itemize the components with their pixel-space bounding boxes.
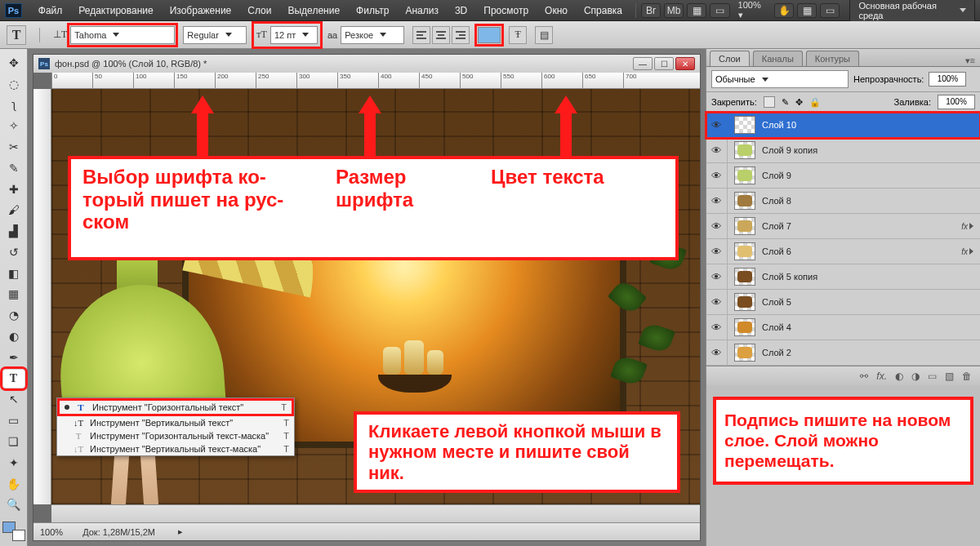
menu-help[interactable]: Справка — [576, 0, 630, 21]
close-button[interactable]: ✕ — [675, 57, 695, 70]
3d-tool[interactable]: ❏ — [3, 433, 24, 451]
eraser-tool[interactable]: ◧ — [3, 264, 24, 282]
font-family-dropdown[interactable]: Tahoma — [70, 26, 175, 44]
tab-paths[interactable]: Контуры — [806, 51, 859, 66]
tab-channels[interactable]: Каналы — [753, 51, 803, 66]
visibility-icon[interactable]: 👁 — [706, 290, 728, 314]
fx-icon[interactable]: fx. — [876, 371, 887, 382]
move-tool[interactable]: ✥ — [3, 54, 24, 72]
eyedropper-tool[interactable]: ✎ — [3, 159, 24, 177]
shape-tool[interactable]: ▭ — [3, 411, 24, 429]
fx-indicator[interactable]: fx — [961, 247, 973, 256]
layer-thumbnail[interactable] — [734, 217, 755, 235]
layer-row[interactable]: 👁Слой 9 — [706, 163, 980, 189]
layer-row[interactable]: 👁Слой 10 — [706, 113, 980, 138]
font-size-dropdown[interactable]: 12 пт — [270, 26, 318, 44]
layer-thumbnail[interactable] — [734, 344, 755, 362]
lock-move-icon[interactable]: ✥ — [795, 97, 803, 108]
minimize-button[interactable]: — — [633, 57, 653, 70]
zoom-tool[interactable]: 🔍 — [3, 495, 24, 513]
visibility-icon[interactable]: 👁 — [706, 239, 728, 264]
3d-camera-tool[interactable]: ✦ — [3, 454, 24, 472]
status-zoom[interactable]: 100% — [40, 527, 63, 537]
zoom-level[interactable]: 100% ▾ — [733, 0, 771, 20]
minibridge-button[interactable]: Mb — [664, 3, 684, 18]
menu-edit[interactable]: Редактирование — [70, 0, 161, 21]
menu-view[interactable]: Просмотр — [475, 0, 537, 21]
scrollbar-horizontal[interactable] — [51, 504, 700, 522]
flyout-horizontal-mask[interactable]: T Инструмент "Горизонтальный текст-маска… — [57, 429, 294, 442]
hand-tool[interactable]: ✋ — [3, 475, 24, 493]
menu-layers[interactable]: Слои — [239, 0, 279, 21]
visibility-icon[interactable]: 👁 — [706, 214, 728, 238]
workspace-switcher[interactable]: Основная рабочая среда — [849, 0, 975, 24]
menu-select[interactable]: Выделение — [279, 0, 348, 21]
layer-thumbnail[interactable] — [734, 192, 755, 210]
group-icon[interactable]: ▭ — [928, 371, 937, 382]
visibility-icon[interactable]: 👁 — [706, 138, 728, 162]
align-right-button[interactable] — [452, 26, 470, 44]
marquee-tool[interactable]: ◌ — [3, 75, 24, 93]
history-brush-tool[interactable]: ↺ — [3, 243, 24, 261]
hand-button[interactable]: ✋ — [774, 3, 794, 18]
antialias-dropdown[interactable]: Резкое — [341, 26, 404, 44]
visibility-icon[interactable]: 👁 — [706, 113, 728, 137]
lock-all-icon[interactable]: 🔒 — [809, 97, 821, 108]
visibility-icon[interactable]: 👁 — [706, 340, 728, 365]
blur-tool[interactable]: ◔ — [3, 306, 24, 324]
align-center-button[interactable] — [432, 26, 450, 44]
text-color-swatch[interactable] — [478, 27, 501, 43]
menu-analysis[interactable]: Анализ — [397, 0, 447, 21]
adjustment-icon[interactable]: ◑ — [911, 371, 920, 382]
layer-row[interactable]: 👁Слой 6fx — [706, 239, 980, 264]
lasso-tool[interactable]: ʅ — [3, 96, 24, 114]
tab-layers[interactable]: Слои — [710, 51, 750, 66]
layer-thumbnail[interactable] — [734, 293, 755, 311]
crop-tool[interactable]: ✂ — [3, 138, 24, 156]
menu-3d[interactable]: 3D — [447, 0, 475, 21]
maximize-button[interactable]: ☐ — [654, 57, 674, 70]
warp-text-button[interactable]: Ŧ — [509, 26, 527, 44]
layer-thumbnail[interactable] — [734, 141, 755, 159]
menu-image[interactable]: Изображение — [162, 0, 240, 21]
flyout-horizontal-text[interactable]: T Инструмент "Горизонтальный текст"T — [57, 398, 294, 416]
character-panel-button[interactable]: ▤ — [535, 26, 553, 44]
screen-button[interactable]: ▭ — [820, 3, 840, 18]
extras-button[interactable]: ▦ — [687, 3, 706, 18]
wand-tool[interactable]: ✧ — [3, 117, 24, 135]
heal-tool[interactable]: ✚ — [3, 180, 24, 198]
layer-row[interactable]: 👁Слой 5 копия — [706, 264, 980, 290]
align-left-button[interactable] — [412, 26, 430, 44]
new-layer-icon[interactable]: ▧ — [945, 371, 954, 382]
proof-button[interactable]: ▭ — [710, 3, 729, 18]
blend-mode-dropdown[interactable]: Обычные — [711, 70, 849, 88]
flyout-vertical-mask[interactable]: ↓T Инструмент "Вертикальный текст-маска"… — [57, 442, 294, 455]
layer-row[interactable]: 👁Слой 8 — [706, 189, 980, 214]
dodge-tool[interactable]: ◐ — [3, 327, 24, 345]
mask-icon[interactable]: ◐ — [895, 371, 903, 382]
font-toggle-icon[interactable]: ⊥T — [53, 29, 67, 41]
layer-row[interactable]: 👁Слой 9 копия — [706, 138, 980, 163]
type-tool[interactable]: T — [3, 370, 24, 388]
flyout-vertical-text[interactable]: ↓T Инструмент "Вертикальный текст"T — [57, 416, 294, 429]
layer-thumbnail[interactable] — [734, 116, 755, 134]
menu-filter[interactable]: Фильтр — [348, 0, 397, 21]
layer-row[interactable]: 👁Слой 7fx — [706, 214, 980, 239]
bridge-button[interactable]: Br — [641, 3, 661, 18]
layer-row[interactable]: 👁Слой 2 — [706, 340, 980, 366]
fx-indicator[interactable]: fx — [961, 222, 973, 231]
layer-thumbnail[interactable] — [734, 318, 755, 336]
visibility-icon[interactable]: 👁 — [706, 315, 728, 340]
link-layers-icon[interactable]: ⚯ — [860, 371, 868, 382]
color-swatches[interactable] — [2, 522, 25, 541]
visibility-icon[interactable]: 👁 — [706, 163, 728, 188]
layer-thumbnail[interactable] — [734, 242, 755, 260]
path-tool[interactable]: ↖ — [3, 391, 24, 409]
visibility-icon[interactable]: 👁 — [706, 264, 728, 289]
trash-icon[interactable]: 🗑 — [962, 371, 972, 382]
layer-thumbnail[interactable] — [734, 268, 755, 286]
pen-tool[interactable]: ✒ — [3, 348, 24, 366]
lock-pixels[interactable] — [764, 96, 775, 108]
fill-value[interactable]: 100% — [938, 95, 975, 109]
opacity-value[interactable]: 100% — [929, 72, 966, 87]
